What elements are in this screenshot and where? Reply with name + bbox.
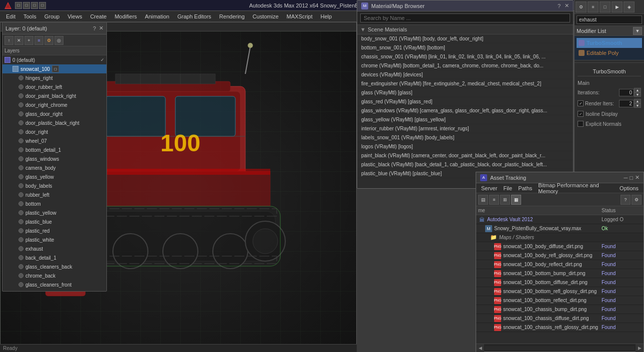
list-item[interactable]: plastic_blue: [2, 217, 106, 226]
mb-item[interactable]: paint_black (VRayMtl) [camera_center, do…: [357, 151, 573, 160]
ap-item[interactable]: PNG snowcat_100_bottom_bump_dirt.png Fou…: [476, 269, 644, 278]
mb-item[interactable]: plastic_black (VRayMtl) [back_detail_1, …: [357, 160, 573, 169]
spin-down[interactable]: ▼: [634, 92, 641, 97]
list-item[interactable]: plastic_red: [2, 226, 106, 235]
mb-item[interactable]: logos (VRayMtl) [logos]: [357, 142, 573, 151]
layer-tb-icon2[interactable]: ⚙: [44, 36, 53, 45]
mb-item[interactable]: interior_rubber (VRayMtl) [armrest, inte…: [357, 124, 573, 133]
ap-menu-options[interactable]: Options: [617, 185, 642, 192]
list-item[interactable]: bottom: [2, 199, 106, 208]
modifier-item-editablepoly[interactable]: Editable Poly: [577, 48, 642, 58]
list-item[interactable]: back_detail_1: [2, 253, 106, 262]
list-item[interactable]: glass_cleaners_front: [2, 280, 106, 289]
rp-btn-2[interactable]: ≡: [588, 1, 599, 12]
list-item[interactable]: door_plastic_black_right: [2, 118, 106, 127]
menu-item-create[interactable]: Create: [86, 12, 110, 20]
ap-item[interactable]: PNG snowcat_100_chassis_refl_glossy_dirt…: [476, 323, 644, 332]
ap-tb-btn2[interactable]: ≡: [489, 195, 499, 205]
mb-item[interactable]: glass_red (VRayMtl) [glass_red]: [357, 97, 573, 106]
mb-item[interactable]: devices (VRayMtl) [devices]: [357, 70, 573, 79]
render-iters-input[interactable]: [619, 100, 634, 107]
list-item[interactable]: door_right: [2, 127, 106, 136]
mb-item[interactable]: glass_yellow (VRayMtl) [glass_yellow]: [357, 115, 573, 124]
list-item[interactable]: plastic_white: [2, 235, 106, 244]
spin-down[interactable]: ▼: [634, 103, 641, 108]
menu-item-help[interactable]: Help: [317, 12, 336, 20]
list-item[interactable]: glass_windows: [2, 154, 106, 163]
ap-scroll-left[interactable]: ◀: [476, 344, 484, 352]
rp-btn-5[interactable]: ◈: [624, 1, 635, 12]
mb-item[interactable]: glass_windows (VRayMtl) [camera_glass, g…: [357, 106, 573, 115]
win-btn-2[interactable]: □: [23, 2, 30, 9]
menu-item-views[interactable]: Views: [63, 12, 86, 20]
ap-close-icon[interactable]: ✕: [635, 174, 640, 181]
layer-help-icon[interactable]: ?: [93, 25, 96, 31]
win-btn-4[interactable]: □: [39, 2, 46, 9]
mb-item[interactable]: bottom_snow_001 (VRayMtl) [bottom]: [357, 43, 573, 52]
list-item[interactable]: door_paint_black_right: [2, 91, 106, 100]
modifier-item-turbosmooth[interactable]: TurboSmooth: [577, 38, 642, 48]
menu-item-group[interactable]: Group: [40, 12, 64, 20]
menu-item-animation[interactable]: Animation: [141, 12, 173, 20]
layer-tb-icon3[interactable]: ◎: [54, 36, 63, 45]
menu-item-edit[interactable]: Edit: [2, 12, 19, 20]
search-input[interactable]: [577, 15, 642, 24]
ap-tb-btn4[interactable]: ▦: [511, 195, 521, 205]
ap-item[interactable]: PNG snowcat_100_body_reflect_dirt.png Fo…: [476, 260, 644, 269]
ap-item[interactable]: PNG snowcat_100_bottom_reflect_dirt.png …: [476, 296, 644, 305]
menu-item-tools[interactable]: Tools: [19, 12, 40, 20]
ap-item[interactable]: PNG snowcat_100_body_refl_glossy_dirt.pn…: [476, 251, 644, 260]
ap-item[interactable]: PNG snowcat_100_chassis_diffuse_dirt.png…: [476, 314, 644, 323]
ap-minimize-icon[interactable]: ─: [624, 175, 628, 181]
explicit-normals-checkbox[interactable]: [578, 121, 584, 127]
list-item[interactable]: snowcat_100 □: [2, 64, 106, 73]
ap-menu-file[interactable]: File: [500, 185, 515, 192]
list-item[interactable]: plastic_yellow: [2, 208, 106, 217]
ap-tb-btn3[interactable]: ⊞: [500, 195, 510, 205]
list-item[interactable]: glass_door_right: [2, 109, 106, 118]
list-item[interactable]: hinges_right: [2, 73, 106, 82]
menu-item-graph-editors[interactable]: Graph Editors: [173, 12, 215, 20]
ap-scroll-right[interactable]: ▶: [636, 344, 644, 352]
mb-item[interactable]: body_snow_001 (VRayMtl) [body, door_left…: [357, 34, 573, 43]
spin-up[interactable]: ▲: [634, 99, 641, 103]
layer-tb-add[interactable]: +: [24, 36, 33, 45]
ap-scroll-bar[interactable]: [485, 346, 635, 350]
mb-help-icon[interactable]: ?: [558, 3, 561, 9]
layer-tb-close[interactable]: ✕: [14, 36, 23, 45]
rp-btn-3[interactable]: □: [600, 1, 611, 12]
win-btn-1[interactable]: □: [15, 2, 22, 9]
win-btn-3[interactable]: □: [31, 2, 38, 9]
list-item[interactable]: body_labels: [2, 181, 106, 190]
mb-item[interactable]: chrome (VRayMtl) [bottom_detail_1, camer…: [357, 61, 573, 70]
spin-up[interactable]: ▲: [634, 88, 641, 92]
list-item[interactable]: door_right_chrome: [2, 100, 106, 109]
list-item[interactable]: 0 (default) ✓: [2, 55, 106, 64]
list-item[interactable]: chrome_back: [2, 271, 106, 280]
iterations-input[interactable]: [619, 89, 634, 96]
mb-item[interactable]: labels_snow_001 (VRayMtl) [body_labels]: [357, 133, 573, 142]
ap-item[interactable]: PNG snowcat_100_chassis_bump_dirt.png Fo…: [476, 305, 644, 314]
ap-item[interactable]: PNG snowcat_100_body_diffuse_dirt.png Fo…: [476, 242, 644, 251]
list-item[interactable]: glass_yellow: [2, 172, 106, 181]
layer-close-icon[interactable]: ✕: [99, 25, 103, 31]
isoline-checkbox[interactable]: ✓: [578, 111, 584, 117]
mb-item[interactable]: fire_extinguisher (VRayMtl) [fire_exting…: [357, 79, 573, 88]
menu-item-modifiers[interactable]: Modifiers: [110, 12, 141, 20]
ap-item[interactable]: PNG snowcat_100_bottom_diffuse_dirt.png …: [476, 278, 644, 287]
layer-tb-icon1[interactable]: ≡: [34, 36, 43, 45]
ap-menu-bitmap[interactable]: Bitmap Performance and Memory: [535, 182, 617, 195]
mb-item[interactable]: chassis_snow_001 (VRayMtl) [link_01, lin…: [357, 52, 573, 61]
menu-item-maxscript[interactable]: MAXScript: [283, 12, 317, 20]
ap-tb-btn1[interactable]: ▤: [478, 195, 488, 205]
mb-search-input[interactable]: [360, 13, 570, 22]
ap-item[interactable]: PNG snowcat_100_bottom_refl_glossy_dirt.…: [476, 287, 644, 296]
ap-menu-server[interactable]: Server: [478, 185, 500, 192]
list-item[interactable]: glass_cleaners_back: [2, 262, 106, 271]
list-item[interactable]: door_rubber_left: [2, 82, 106, 91]
menu-item-rendering[interactable]: Rendering: [215, 12, 249, 20]
ap-maximize-icon[interactable]: □: [630, 175, 633, 181]
rp-btn-1[interactable]: ⚙: [576, 1, 587, 12]
rp-btn-4[interactable]: ▶: [612, 1, 623, 12]
mb-item[interactable]: glass (VRayMtl) [glass]: [357, 88, 573, 97]
